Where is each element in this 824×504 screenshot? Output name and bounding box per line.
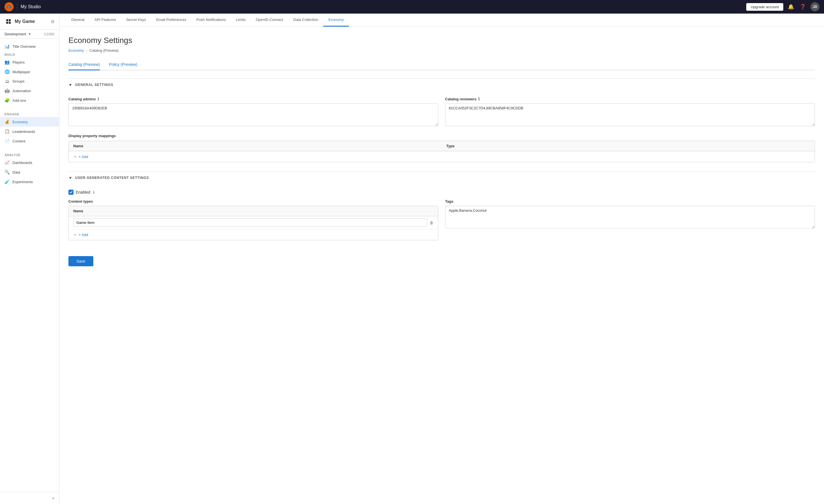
ct-name-header: Name (69, 206, 438, 216)
sidebar-item-multiplayer[interactable]: 🌐 Multiplayer (0, 67, 59, 77)
build-section: 📊 Title Overview BUILD 👥 Players 🌐 Multi… (0, 39, 59, 108)
general-settings-title: GENERAL SETTINGS (75, 83, 113, 87)
breadcrumb-separator: › (86, 48, 87, 52)
general-settings-chevron[interactable]: ▼ (69, 83, 72, 87)
sidebar-item-automation[interactable]: 🤖 Automation (0, 86, 59, 96)
economy-icon: 💰 (5, 119, 10, 124)
add-property-button[interactable]: ＋ + Add (69, 151, 815, 162)
notifications-icon[interactable]: 🔔 (787, 3, 795, 11)
user-avatar[interactable]: JD (810, 2, 819, 11)
topbar: 🎮 My Studio Upgrade account 🔔 ❓ JD (0, 0, 824, 14)
content-area: Economy Settings Economy › Catalog (Prev… (60, 27, 824, 504)
multiplayer-icon: 🌐 (5, 69, 10, 74)
players-icon: 👥 (5, 59, 10, 65)
automation-icon: 🤖 (5, 88, 10, 93)
add-property-plus-icon: ＋ (73, 154, 77, 159)
content-types-label: Content types (69, 199, 438, 204)
type-column-header: Type (442, 141, 815, 151)
ct-delete-icon[interactable]: 🗑 (429, 221, 433, 225)
catalog-reviewers-input[interactable]: 81CCA052F3C2C7D4,89CBA858F4C9CDDB (445, 104, 815, 126)
catalog-admins-input[interactable]: 195B918A409D82EB (69, 104, 438, 126)
settings-icon[interactable]: ⚙ (50, 19, 55, 24)
subtab-policy[interactable]: Policy (Preview) (109, 59, 137, 71)
ct-row-game-item: 🗑 (69, 216, 438, 229)
property-mappings-table: Name Type ＋ + Add (69, 141, 815, 162)
enabled-row: Enabled ℹ (69, 190, 815, 195)
catalog-admins-label: Catalog admins ℹ (69, 97, 438, 101)
general-settings-section: ▼ GENERAL SETTINGS Catalog admins ℹ 195B… (69, 78, 815, 162)
tab-api-features[interactable]: API Features (89, 14, 121, 27)
content-types-table: Name 🗑 ＋ + Add (69, 206, 438, 240)
engage-label: ENGAGE (0, 111, 59, 117)
ct-add-plus-icon: ＋ (73, 232, 77, 237)
subtab-catalog[interactable]: Catalog (Preview) (69, 59, 100, 71)
sidebar-item-economy[interactable]: 💰 Economy (0, 117, 59, 127)
catalog-fields-row: Catalog admins ℹ 195B918A409D82EB Catalo… (69, 97, 815, 127)
ct-game-item-input[interactable] (73, 219, 427, 227)
sidebar-item-label: Title Overview (12, 44, 36, 48)
tab-economy[interactable]: Economy (323, 14, 349, 27)
catalog-admins-field: Catalog admins ℹ 195B918A409D82EB (69, 97, 438, 127)
tab-data-collection[interactable]: Data Collection (288, 14, 323, 27)
experiments-icon: 🧪 (5, 179, 10, 184)
tab-general[interactable]: General (66, 14, 89, 27)
subtabs: Catalog (Preview) Policy (Preview) (69, 59, 815, 71)
sidebar-item-label: Economy (12, 120, 28, 124)
collapse-button[interactable]: « (0, 492, 59, 504)
analyze-section: ANALYZE 📈 Dashboards 🔍 Data 🧪 Experiment… (0, 149, 59, 190)
content-types-area: Content types Name 🗑 ＋ + Add (69, 199, 438, 240)
app-logo: 🎮 (5, 2, 14, 11)
tab-openid-connect[interactable]: OpenID Connect (250, 14, 288, 27)
sidebar-item-content[interactable]: 📄 Content (0, 136, 59, 146)
breadcrumb-root[interactable]: Economy (69, 48, 84, 52)
game-name: My Game (15, 19, 35, 24)
sidebar-item-label: Add-ons (12, 98, 26, 103)
catalog-reviewers-info-icon[interactable]: ℹ (478, 97, 480, 101)
tab-email-preferences[interactable]: Email Preferences (151, 14, 191, 27)
enabled-info-icon[interactable]: ℹ (93, 190, 94, 195)
sidebar-item-label: Groups (12, 79, 25, 84)
engage-section: ENGAGE 💰 Economy 📋 Leaderboards 📄 Conten… (0, 108, 59, 149)
sidebar-item-players[interactable]: 👥 Players (0, 57, 59, 67)
save-button[interactable]: Save (69, 256, 93, 266)
env-selector[interactable]: Development ▼ 1/100K (0, 30, 59, 39)
ugc-settings-section: ▼ USER GENERATED CONTENT SETTINGS Enable… (69, 171, 815, 240)
content-icon: 📄 (5, 138, 10, 144)
upgrade-button[interactable]: Upgrade account (746, 3, 783, 11)
sidebar-item-title-overview[interactable]: 📊 Title Overview (0, 41, 59, 51)
title-overview-icon: 📊 (5, 44, 10, 49)
sidebar-item-label: Experiments (12, 180, 33, 184)
tags-area: Tags Apple,Banana,Coconut (445, 199, 815, 240)
content-types-tags-row: Content types Name 🗑 ＋ + Add (69, 199, 815, 240)
enabled-checkbox[interactable] (69, 190, 74, 195)
tags-label: Tags (445, 199, 815, 204)
sidebar-item-label: Dashboards (12, 160, 32, 165)
tab-push-notifications[interactable]: Push Notifications (191, 14, 231, 27)
display-property-mappings: Display property mappings Name Type ＋ + … (69, 134, 815, 162)
name-column-header: Name (69, 141, 442, 151)
sidebar-item-label: Players (12, 60, 25, 65)
general-settings-header: ▼ GENERAL SETTINGS (69, 78, 815, 91)
page-title: Economy Settings (69, 36, 815, 45)
help-icon[interactable]: ❓ (799, 3, 807, 11)
tags-input[interactable]: Apple,Banana,Coconut (445, 206, 815, 228)
sidebar-item-addons[interactable]: 🧩 Add-ons (0, 96, 59, 105)
leaderboards-icon: 📋 (5, 129, 10, 134)
tab-secret-keys[interactable]: Secret Keys (121, 14, 151, 27)
property-mappings-header: Name Type (69, 141, 815, 151)
topbar-divider (17, 3, 17, 10)
tab-limits[interactable]: Limits (231, 14, 251, 27)
ugc-chevron[interactable]: ▼ (69, 175, 72, 180)
ct-add-button[interactable]: ＋ + Add (69, 229, 438, 240)
sidebar-item-groups[interactable]: 🗂 Groups (0, 77, 59, 86)
sidebar-item-dashboards[interactable]: 📈 Dashboards (0, 158, 59, 167)
sidebar-item-data[interactable]: 🔍 Data (0, 167, 59, 177)
sidebar-item-label: Automation (12, 89, 31, 93)
sidebar-item-experiments[interactable]: 🧪 Experiments (0, 177, 59, 186)
data-icon: 🔍 (5, 169, 10, 175)
catalog-admins-info-icon[interactable]: ℹ (98, 97, 99, 101)
ugc-settings-header: ▼ USER GENERATED CONTENT SETTINGS (69, 171, 815, 184)
sidebar-item-leaderboards[interactable]: 📋 Leaderboards (0, 127, 59, 136)
groups-icon: 🗂 (5, 79, 10, 84)
main-area: General API Features Secret Keys Email P… (60, 14, 824, 504)
